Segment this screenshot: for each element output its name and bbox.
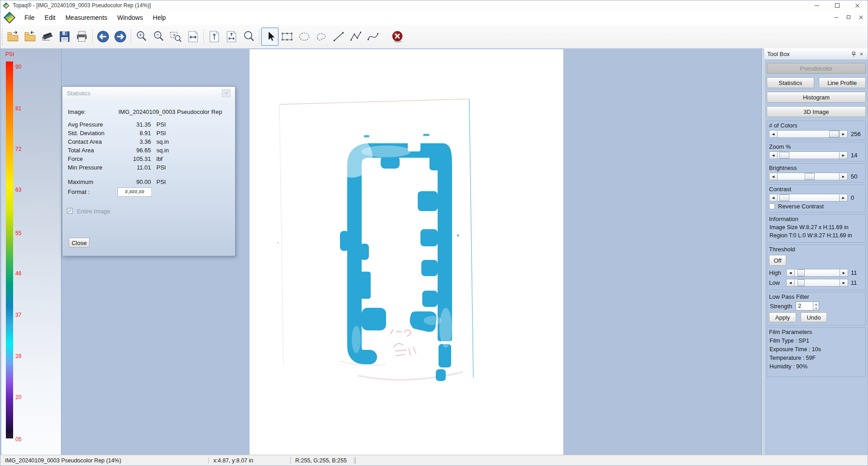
slider-left-arrow[interactable]: ◀: [769, 173, 778, 180]
stat-row: Total Area 96.65 sq.in: [62, 147, 235, 155]
slider-left-arrow[interactable]: ◀: [786, 269, 795, 277]
polyline-tool[interactable]: [347, 28, 364, 46]
lasso-select-tool[interactable]: [313, 28, 330, 46]
num-colors-label: # of Colors: [769, 122, 797, 129]
polyline-tool-icon: [349, 30, 363, 43]
fit-page-button[interactable]: [223, 28, 240, 46]
mdi-close-button[interactable]: [857, 13, 865, 21]
zoom-actual-button[interactable]: [240, 28, 257, 46]
import-image-button[interactable]: [22, 28, 39, 46]
menu-edit[interactable]: Edit: [40, 12, 61, 24]
ellipse-select-tool[interactable]: [296, 28, 313, 46]
brightness-slider[interactable]: ◀ ▶: [769, 173, 848, 180]
fit-width-button[interactable]: [184, 28, 202, 46]
statistics-button[interactable]: Statistics: [767, 77, 814, 88]
slider-left-arrow[interactable]: ◀: [769, 194, 778, 202]
stat-row-maximum: Maximum 90.00 PSI: [62, 179, 235, 187]
curve-tool[interactable]: [364, 28, 382, 46]
humidity: Humidity : 90%: [769, 363, 863, 370]
restore-button[interactable]: [827, 0, 847, 10]
threshold-off-button[interactable]: Off: [769, 255, 786, 266]
mdi-restore-button[interactable]: [844, 13, 853, 21]
line-profile-button[interactable]: Line Profile: [819, 77, 866, 88]
select-pointer-tool[interactable]: [261, 28, 278, 46]
slider-thumb[interactable]: [779, 152, 789, 159]
apply-button[interactable]: Apply: [769, 312, 796, 322]
mdi-minimize-button[interactable]: [832, 13, 840, 21]
reverse-contrast-checkbox[interactable]: [769, 203, 775, 209]
slider-left-arrow[interactable]: ◀: [786, 279, 795, 287]
statistics-dialog: Statistics × Image: IMG_20240109_0003 Ps…: [62, 86, 236, 256]
close-button[interactable]: [847, 0, 868, 10]
status-grip: [354, 457, 356, 464]
contrast-value: 0: [851, 194, 863, 201]
format-input[interactable]: #,###,##: [118, 188, 152, 197]
menu-help[interactable]: Help: [148, 12, 171, 24]
slider-right-arrow[interactable]: ▶: [839, 173, 848, 180]
gasket-pseudocolor-image: [250, 49, 563, 456]
menu-file[interactable]: File: [19, 12, 40, 24]
slider-left-arrow[interactable]: ◀: [769, 151, 778, 159]
threshold-low-slider[interactable]: ◀ ▶: [786, 279, 848, 287]
strength-spinner[interactable]: 2 ▲ ▼: [796, 301, 819, 311]
slider-thumb[interactable]: [797, 279, 805, 286]
forward-button[interactable]: [112, 28, 129, 46]
back-button[interactable]: [94, 28, 112, 46]
scale-tick: 05: [15, 436, 21, 442]
pseudocolor-image-page[interactable]: [250, 49, 563, 456]
line-tool[interactable]: [330, 28, 347, 46]
delete-region-button[interactable]: [389, 28, 406, 46]
toolbar-grip[interactable]: [1, 28, 3, 45]
zoom-out-button[interactable]: [150, 28, 167, 46]
slider-thumb[interactable]: [779, 194, 789, 201]
threshold-high-slider[interactable]: ◀ ▶: [786, 269, 848, 277]
slider-right-arrow[interactable]: ▶: [840, 279, 848, 287]
brightness-value: 50: [851, 173, 863, 180]
spin-up-button[interactable]: ▲: [813, 302, 819, 306]
scale-tick: 20: [15, 394, 21, 400]
3d-image-button[interactable]: 3D Image: [767, 106, 866, 117]
slider-right-arrow[interactable]: ▶: [839, 194, 848, 202]
slider-thumb[interactable]: [829, 131, 839, 137]
threshold-group: Threshold Off High ◀ ▶ 11 Low ◀: [767, 245, 866, 290]
toolbox-close-button[interactable]: ×: [858, 50, 865, 58]
threshold-high-label: High: [769, 269, 783, 276]
scan-button[interactable]: [39, 28, 56, 46]
window-title: Topaq® - [IMG_20240109_0003 Pseudocolor …: [13, 2, 151, 9]
contrast-slider[interactable]: ◀ ▶: [769, 194, 848, 202]
slider-left-arrow[interactable]: ◀: [769, 130, 778, 138]
fit-height-button[interactable]: [206, 28, 223, 46]
open-image-button[interactable]: [5, 28, 22, 46]
rect-select-tool[interactable]: [278, 28, 296, 46]
toolbox-header: Tool Box ×: [764, 48, 868, 60]
statistics-close-icon[interactable]: ×: [222, 89, 231, 97]
spin-down-button[interactable]: ▼: [813, 306, 819, 310]
zoom-region-button[interactable]: [167, 28, 184, 46]
slider-thumb[interactable]: [797, 269, 805, 276]
menu-measurements[interactable]: Measurements: [61, 12, 113, 24]
pin-button[interactable]: [850, 50, 858, 58]
slider-right-arrow[interactable]: ▶: [840, 269, 848, 277]
slider-right-arrow[interactable]: ▶: [839, 130, 848, 138]
undo-button[interactable]: Undo: [801, 312, 827, 322]
toolbox-body: Pseudocolor Statistics Line Profile Hist…: [764, 60, 868, 377]
save-button[interactable]: [56, 28, 73, 46]
rectangle-select-icon: [280, 30, 294, 43]
zoom-slider[interactable]: ◀ ▶: [769, 151, 848, 159]
slider-right-arrow[interactable]: ▶: [839, 151, 848, 159]
statistics-close-button[interactable]: Close: [69, 238, 90, 248]
pseudocolor-button[interactable]: Pseudocolor: [767, 63, 866, 74]
statistics-dialog-titlebar[interactable]: Statistics ×: [62, 87, 235, 99]
scale-tick: 90: [15, 64, 21, 70]
histogram-button[interactable]: Histogram: [767, 92, 866, 103]
ellipse-select-icon: [297, 30, 311, 43]
print-button[interactable]: [73, 28, 90, 46]
toolbox-title: Tool Box: [767, 51, 850, 57]
minimize-button[interactable]: [807, 0, 827, 10]
open-folder-icon: [6, 30, 20, 43]
slider-thumb[interactable]: [805, 173, 815, 180]
entire-image-checkbox[interactable]: ✓: [67, 208, 73, 214]
menu-windows[interactable]: Windows: [112, 12, 148, 24]
zoom-in-button[interactable]: [133, 28, 150, 46]
num-colors-slider[interactable]: ◀ ▶: [769, 130, 848, 138]
